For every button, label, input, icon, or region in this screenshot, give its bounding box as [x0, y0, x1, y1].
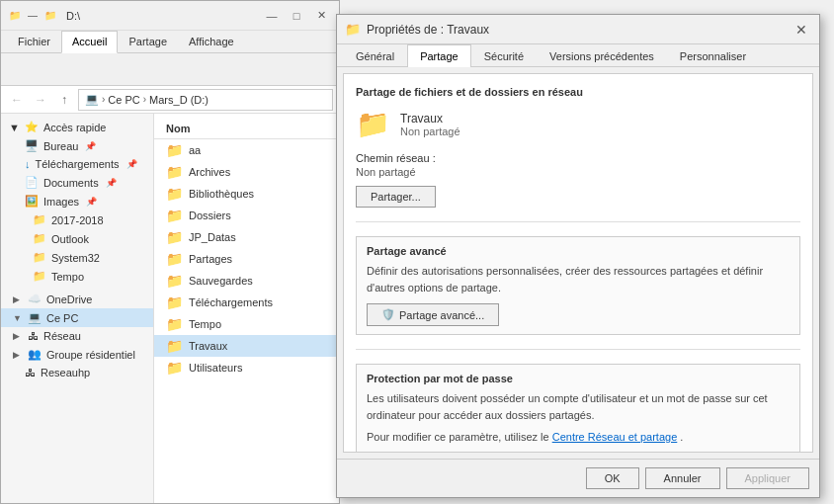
- cepc-icon: 💻: [28, 311, 42, 324]
- file-item-bibliotheques[interactable]: 📁 Bibliothèques: [154, 183, 339, 205]
- sidebar-item-tempo[interactable]: 📁 Tempo: [1, 267, 153, 286]
- divider-1: [356, 221, 800, 222]
- ribbon: Fichier Accueil Partage Affichage: [1, 31, 339, 86]
- apply-btn[interactable]: Appliquer: [726, 467, 809, 489]
- address-computer: 💻: [85, 93, 99, 106]
- folder-utilisateurs-label: Utilisateurs: [189, 362, 242, 374]
- minimize-icon[interactable]: —: [25, 8, 41, 24]
- acces-rapide-arrow: ▼: [9, 122, 20, 133]
- sidebar-item-images[interactable]: 🖼️ Images 📌: [1, 192, 153, 210]
- back-btn[interactable]: ←: [7, 90, 27, 110]
- folder-bibliotheques-label: Bibliothèques: [189, 188, 254, 200]
- file-item-partages[interactable]: 📁 Partages: [154, 248, 339, 270]
- ribbon-tab-partage[interactable]: Partage: [118, 31, 178, 52]
- acces-rapide-icon: ⭐: [25, 121, 39, 133]
- sidebar-item-outlook[interactable]: 📁 Outlook: [1, 229, 153, 248]
- advanced-share-btn[interactable]: 🛡️ Partage avancé...: [367, 303, 499, 326]
- dialog-close-btn[interactable]: ✕: [792, 20, 811, 40]
- sidebar-item-bureau[interactable]: 🖥️ Bureau 📌: [1, 136, 153, 155]
- shield-icon: 🛡️: [381, 308, 395, 321]
- bureau-pin-icon: 📌: [85, 141, 96, 151]
- folder-status: Non partagé: [400, 126, 460, 137]
- file-item-jp-datas[interactable]: 📁 JP_Datas: [154, 226, 339, 248]
- system32-icon: 📁: [33, 251, 46, 264]
- address-path[interactable]: 💻 › Ce PC › Mars_D (D:): [78, 89, 333, 111]
- folder-dl-label: Téléchargements: [189, 296, 273, 308]
- sidebar-item-2017-2018[interactable]: 📁 2017-2018: [1, 210, 153, 229]
- file-item-dossiers[interactable]: 📁 Dossiers: [154, 205, 339, 226]
- folder-tempo-icon: 📁: [166, 316, 183, 332]
- documents-icon: 📄: [25, 176, 39, 189]
- file-list-header: Nom: [154, 118, 339, 139]
- address-drive: Mars_D (D:): [149, 94, 208, 106]
- folder-name: Travaux: [400, 112, 460, 126]
- sidebar-item-system32[interactable]: 📁 System32: [1, 248, 153, 267]
- file-item-aa[interactable]: 📁 aa: [154, 139, 339, 161]
- dialog-content: Partage de fichiers et de dossiers en ré…: [343, 73, 813, 453]
- centre-reseau-link[interactable]: Centre Réseau et partage: [552, 431, 678, 443]
- ribbon-tab-accueil[interactable]: Accueil: [61, 31, 118, 53]
- advanced-btn-container: 🛡️ Partage avancé...: [367, 303, 790, 326]
- folder-big-icon: 📁: [356, 108, 390, 140]
- ribbon-tab-fichier[interactable]: Fichier: [7, 31, 61, 52]
- sidebar-item-groupe[interactable]: ▶ 👥 Groupe résidentiel: [1, 345, 153, 364]
- images-icon: 🖼️: [25, 195, 39, 208]
- ribbon-tab-affichage[interactable]: Affichage: [178, 31, 245, 52]
- folder-travaux-label: Travaux: [189, 340, 227, 352]
- folder-archives-icon: 📁: [166, 164, 183, 180]
- sidebar-item-documents[interactable]: 📄 Documents 📌: [1, 173, 153, 192]
- dialog-tab-partage[interactable]: Partage: [407, 44, 471, 67]
- sidebar-item-reseauhp[interactable]: 🖧 Reseauhp: [1, 364, 153, 381]
- divider-2: [356, 349, 800, 350]
- cancel-btn[interactable]: Annuler: [645, 467, 720, 489]
- password-section: Protection par mot de passe Les utilisat…: [356, 364, 800, 453]
- file-item-utilisateurs[interactable]: 📁 Utilisateurs: [154, 357, 339, 378]
- dialog-tab-personnaliser[interactable]: Personnaliser: [667, 44, 759, 67]
- advanced-share-btn-label: Partage avancé...: [399, 309, 484, 321]
- sidebar-item-telechargements[interactable]: ↓ Téléchargements 📌: [1, 155, 153, 173]
- bureau-label: Bureau: [43, 140, 78, 152]
- sidebar-item-reseau[interactable]: ▶ 🖧 Réseau: [1, 327, 153, 345]
- window-controls: — □ ✕: [260, 5, 333, 27]
- password-text-1: Les utilisateurs doivent posséder un com…: [367, 390, 790, 423]
- network-path-value: Non partagé: [356, 166, 800, 178]
- dialog-tab-general[interactable]: Général: [343, 44, 407, 67]
- sidebar: ▼ ⭐ Accès rapide 🖥️ Bureau 📌 ↓ Télécharg…: [1, 114, 154, 503]
- explorer-window: 📁 — 📁 D:\ — □ ✕ Fichier Accueil Partage …: [0, 0, 340, 504]
- file-item-sauvegardes[interactable]: 📁 Sauvegardes: [154, 270, 339, 292]
- tempo-label: Tempo: [51, 271, 84, 283]
- up-btn[interactable]: ↑: [54, 90, 74, 110]
- forward-btn[interactable]: →: [31, 90, 50, 110]
- ok-btn[interactable]: OK: [586, 467, 639, 489]
- file-item-archives[interactable]: 📁 Archives: [154, 161, 339, 183]
- file-item-telechargements[interactable]: 📁 Téléchargements: [154, 292, 339, 313]
- file-item-travaux[interactable]: 📁 Travaux: [154, 335, 339, 357]
- reseauhp-icon: 🖧: [25, 367, 36, 378]
- folder-aa-icon: 📁: [166, 142, 183, 158]
- explorer-close-btn[interactable]: ✕: [309, 5, 333, 27]
- folder-dl-icon: 📁: [166, 294, 183, 310]
- ribbon-tabs: Fichier Accueil Partage Affichage: [1, 31, 339, 53]
- cepc-arrow: ▼: [13, 313, 23, 323]
- dialog-tab-versions[interactable]: Versions précédentes: [537, 44, 667, 67]
- documents-pin-icon: 📌: [106, 178, 117, 188]
- sidebar-item-cepc[interactable]: ▼ 💻 Ce PC: [1, 308, 153, 327]
- sidebar-item-acces-rapide[interactable]: ▼ ⭐ Accès rapide: [1, 118, 153, 136]
- network-path-label: Chemin réseau :: [356, 152, 800, 164]
- network-path-key: Chemin réseau :: [356, 152, 436, 164]
- content-area: ▼ ⭐ Accès rapide 🖥️ Bureau 📌 ↓ Télécharg…: [1, 114, 339, 503]
- sidebar-item-onedrive[interactable]: ▶ ☁️ OneDrive: [1, 290, 153, 308]
- folder-dossiers-icon: 📁: [166, 208, 183, 223]
- file-item-tempo[interactable]: 📁 Tempo: [154, 313, 339, 335]
- password-section-title: Protection par mot de passe: [367, 373, 790, 384]
- dialog-tab-securite[interactable]: Sécurité: [471, 44, 537, 67]
- reseauhp-label: Reseauhp: [41, 367, 90, 378]
- share-btn[interactable]: Partager...: [356, 186, 436, 208]
- folder-partages-icon: 📁: [166, 251, 183, 267]
- new-folder-icon[interactable]: 📁: [42, 8, 58, 24]
- onedrive-label: OneDrive: [46, 294, 92, 305]
- explorer-minimize-btn[interactable]: —: [260, 5, 284, 27]
- network-path-row: Chemin réseau : Non partagé: [356, 152, 800, 178]
- bureau-icon: 🖥️: [25, 139, 39, 152]
- explorer-maximize-btn[interactable]: □: [285, 5, 308, 27]
